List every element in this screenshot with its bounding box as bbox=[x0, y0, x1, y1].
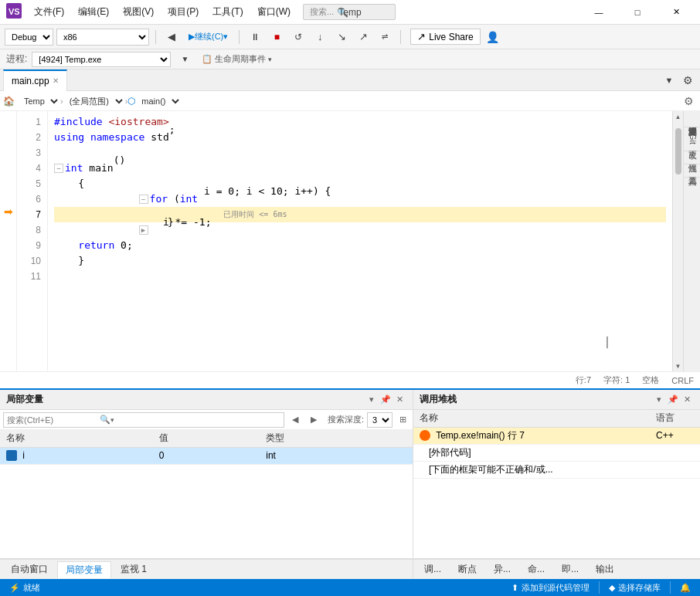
status-line: 行:7 bbox=[576, 374, 591, 386]
tab-main-cpp[interactable]: main.cpp ✕ bbox=[3, 69, 67, 91]
depth-label: 搜索深度: bbox=[328, 414, 364, 425]
menu-tools[interactable]: 工具(T) bbox=[206, 2, 249, 22]
right-icon-git[interactable]: Git更改 bbox=[684, 127, 700, 151]
code-line-10: } bbox=[54, 253, 666, 269]
menu-file[interactable]: 文件(F) bbox=[28, 2, 70, 22]
lifecycle-label: 生命周期事件 bbox=[215, 53, 266, 65]
var-value-i: 0 bbox=[153, 447, 260, 464]
toolbar-separator-1 bbox=[155, 30, 156, 44]
tab-locals[interactable]: 局部变量 bbox=[57, 561, 111, 578]
breadcrumb-scope[interactable]: (全局范围) bbox=[63, 93, 125, 110]
editor-settings-icon[interactable]: ⚙ bbox=[680, 93, 697, 110]
cs-frame-2-lang bbox=[650, 461, 700, 478]
code-line-2: using namespace std; bbox=[54, 130, 666, 145]
tab-breakpoints[interactable]: 断点 bbox=[450, 561, 484, 577]
scroll-up-arrow[interactable]: ▲ bbox=[673, 111, 684, 122]
kw-namespace: namespace bbox=[90, 130, 144, 145]
restart-btn[interactable]: ↺ bbox=[289, 29, 308, 46]
callstack-close-btn[interactable]: ✕ bbox=[680, 393, 694, 407]
cs-row-0[interactable]: Temp.exe!main() 行 7 C++ bbox=[413, 427, 700, 444]
status-bell[interactable]: 🔔 bbox=[677, 583, 694, 593]
fold-icon-4[interactable]: − bbox=[54, 164, 63, 173]
tab-output[interactable]: 输出 bbox=[588, 561, 622, 577]
stop-btn[interactable]: ■ bbox=[267, 29, 286, 46]
status-encoding: CRLF bbox=[671, 376, 694, 385]
config-select[interactable]: Debug bbox=[5, 29, 53, 46]
callstack-dropdown-btn[interactable]: ▾ bbox=[652, 393, 666, 407]
lifecycle-btn[interactable]: 📋 生命周期事件 ▾ bbox=[199, 52, 275, 66]
source-control-label: 添加到源代码管理 bbox=[522, 582, 590, 594]
menu-view[interactable]: 视图(V) bbox=[117, 2, 160, 22]
step-into-btn[interactable]: ↘ bbox=[332, 29, 351, 46]
live-share-button[interactable]: ↗ Live Share bbox=[410, 29, 480, 45]
scroll-down-arrow[interactable]: ▼ bbox=[673, 361, 684, 371]
code-line-11 bbox=[54, 269, 666, 284]
status-repo[interactable]: ◆ 选择存储库 bbox=[606, 582, 664, 594]
tab-scroll-left[interactable]: ▼ bbox=[660, 72, 678, 89]
tab-immediate[interactable]: 即... bbox=[554, 561, 586, 577]
line-num-10: 10 bbox=[17, 253, 47, 269]
platform-select[interactable]: x86 bbox=[56, 29, 149, 46]
editor-scrollbar[interactable]: ▲ ▼ bbox=[672, 111, 683, 371]
locals-dropdown-btn[interactable]: ▾ bbox=[365, 393, 379, 407]
hex-btn[interactable]: ⇌ bbox=[375, 29, 394, 46]
breadcrumb-project[interactable]: Temp bbox=[18, 93, 60, 110]
status-source-control[interactable]: ⬆ 添加到源代码管理 bbox=[508, 582, 593, 594]
cs-row-2[interactable]: [下面的框架可能不正确和/或... bbox=[413, 461, 700, 478]
prev-btn[interactable]: ◀ bbox=[162, 29, 181, 46]
fold-icon-8[interactable]: ▶ bbox=[139, 225, 148, 235]
nav-back-btn[interactable]: ◀ bbox=[287, 412, 303, 428]
callstack-pin-btn[interactable]: 📌 bbox=[666, 393, 680, 407]
breadcrumb-function[interactable]: main() bbox=[135, 93, 182, 110]
right-icon-toolbox[interactable]: 工具箱 bbox=[684, 164, 700, 178]
status-ready[interactable]: ⚡ 就绪 bbox=[6, 582, 43, 594]
close-button[interactable]: ✕ bbox=[658, 0, 694, 25]
code-content[interactable]: #include <iostream> using namespace std;… bbox=[48, 111, 672, 371]
live-share-icon: ↗ bbox=[417, 31, 426, 42]
main-content: main.cpp ✕ ▼ ⚙ 🏠 Temp › (全局范围) › ⬡ main(… bbox=[0, 69, 700, 579]
step-out-btn[interactable]: ↗ bbox=[354, 29, 372, 46]
str-iostream: <iostream> bbox=[108, 114, 168, 130]
process-label: 进程: bbox=[6, 52, 27, 66]
menu-window[interactable]: 窗口(W) bbox=[251, 2, 297, 22]
tab-bar: main.cpp ✕ ▼ ⚙ bbox=[0, 69, 700, 91]
callstack-panel-title: 调用堆栈 bbox=[420, 393, 652, 406]
ready-label: 就绪 bbox=[23, 582, 40, 594]
locals-panel: 局部变量 ▾ 📌 ✕ 🔍 ▾ ◀ ▶ 搜索深度: 3 ⊞ bbox=[0, 390, 413, 558]
pause-btn[interactable]: ⏸ bbox=[246, 29, 264, 46]
depth-select[interactable]: 3 bbox=[367, 412, 392, 428]
nav-forward-btn[interactable]: ▶ bbox=[306, 412, 321, 428]
locals-close-btn[interactable]: ✕ bbox=[392, 393, 406, 407]
editor-status: 行:7 字符: 1 空格 CRLF bbox=[0, 371, 700, 388]
menu-project[interactable]: 项目(P) bbox=[161, 2, 205, 22]
locals-search-box[interactable]: 🔍 ▾ bbox=[3, 412, 284, 428]
locals-table: 名称 值 类型 i 0 int bbox=[0, 430, 413, 465]
cs-frame-1-lang bbox=[650, 444, 700, 461]
process-select[interactable]: [4924] Temp.exe bbox=[32, 52, 171, 67]
tab-close-icon[interactable]: ✕ bbox=[53, 76, 59, 85]
locals-pin-btn[interactable]: 📌 bbox=[379, 393, 392, 407]
tab-callstack[interactable]: 调... bbox=[416, 561, 449, 577]
scroll-thumb[interactable] bbox=[675, 128, 681, 174]
locals-expand-btn[interactable]: ⊞ bbox=[396, 413, 409, 427]
tab-watch-1[interactable]: 监视 1 bbox=[113, 561, 155, 577]
line-num-2: 2 bbox=[17, 130, 47, 145]
minimize-button[interactable]: — bbox=[581, 0, 617, 25]
menu-edit[interactable]: 编辑(E) bbox=[72, 2, 115, 22]
search-dropdown-icon[interactable]: ▾ bbox=[110, 416, 114, 424]
right-icon-solution[interactable]: 解决方案资源管理器 bbox=[684, 114, 700, 127]
profile-btn[interactable]: 👤 bbox=[484, 29, 502, 46]
cs-row-1[interactable]: [外部代码] bbox=[413, 444, 700, 461]
tab-command[interactable]: 命... bbox=[520, 561, 552, 577]
gutter-line-1 bbox=[0, 111, 16, 127]
step-over-btn[interactable]: ↓ bbox=[311, 29, 329, 46]
continue-btn[interactable]: ▶ 继续(C) ▾ bbox=[184, 29, 233, 46]
locals-search-input[interactable] bbox=[7, 415, 100, 425]
var-row-i[interactable]: i 0 int bbox=[0, 447, 413, 464]
maximize-button[interactable]: □ bbox=[620, 0, 655, 25]
process-dropdown[interactable]: ▼ bbox=[175, 51, 194, 68]
right-icon-props[interactable]: 属性 bbox=[684, 151, 700, 164]
tab-auto-window[interactable]: 自动窗口 bbox=[3, 561, 56, 577]
tab-exceptions[interactable]: 异... bbox=[486, 561, 518, 577]
tab-settings[interactable]: ⚙ bbox=[678, 72, 697, 89]
